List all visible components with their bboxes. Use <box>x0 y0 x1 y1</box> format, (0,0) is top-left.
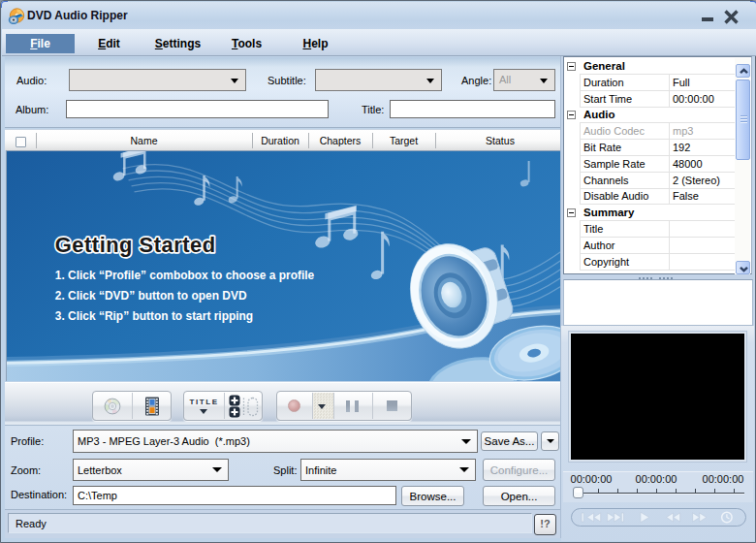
svg-text:Getting Started: Getting Started <box>55 233 216 257</box>
svg-text:1. Click “Profile” combobox to: 1. Click “Profile” combobox to choose a … <box>55 269 315 282</box>
svg-text:2. Click “DVD” button to open: 2. Click “DVD” button to open DVD <box>55 289 247 303</box>
svg-text:3. Click “Rip” button to start: 3. Click “Rip” button to start ripping <box>55 309 253 323</box>
